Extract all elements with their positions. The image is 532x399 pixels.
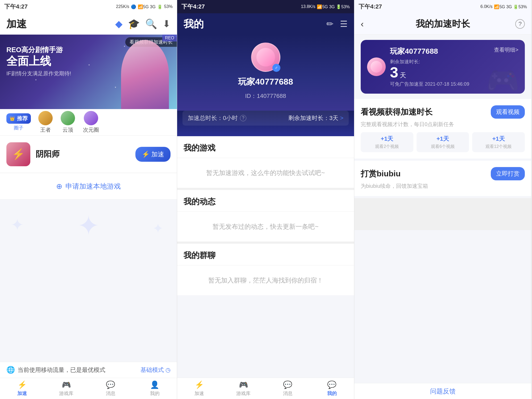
game-icon-onmyoji: ⚡ xyxy=(6,142,30,166)
plus-circle-icon: ⊕ xyxy=(56,182,62,191)
biubiu-section: 打赏biubiu 立即打赏 为biubiu续命，回馈加速宝箱 xyxy=(354,161,531,196)
data-mode-bar: 🌐 当前使用移动流量，已是最优模式 基础模式 ◷ xyxy=(0,362,177,378)
cat-circle-label: 圈子 xyxy=(14,125,23,131)
nav-message-2[interactable]: 💬 消息 xyxy=(266,380,310,397)
feedback-bar[interactable]: 问题反馈 xyxy=(354,383,531,399)
biubiu-button[interactable]: 立即打赏 xyxy=(491,167,525,180)
biubiu-title: 打赏biubiu xyxy=(361,168,401,179)
accel-detail-link[interactable]: 查看明细> xyxy=(494,46,518,53)
data-mode-text: 当前使用移动流量，已是最优模式 xyxy=(18,366,105,374)
network-speed-1: 225K/s xyxy=(116,4,129,9)
my-games-empty: 暂无加速游戏，这么牛的功能快去试试吧~ xyxy=(177,158,354,190)
accel-remain-label: 剩余加速时长: xyxy=(390,59,518,65)
biubiu-subtitle: 为biubiu续命，回馈加速宝箱 xyxy=(361,182,525,190)
cat-item-yunding[interactable]: 云顶 xyxy=(58,111,78,134)
search-icon-1[interactable]: 🔍 xyxy=(145,18,157,30)
cat-label-ciyuan: 次元圈 xyxy=(83,126,99,134)
nav-jiasu-1[interactable]: ⚡ 加速 xyxy=(0,380,44,397)
reward-plus-1: +1天 xyxy=(363,135,411,143)
edit-icon[interactable]: ✏ xyxy=(326,19,334,29)
nav-jiasu-2[interactable]: ⚡ 加速 xyxy=(177,380,221,397)
banner-text: REO高分剧情手游 全面上线 IF剧情分支满足原作党期待! xyxy=(6,45,71,77)
hat-icon[interactable]: 🎓 xyxy=(128,18,140,30)
nav-mine-1[interactable]: 👤 我的 xyxy=(133,380,177,397)
my-groups-title: 我的群聊 xyxy=(184,251,215,260)
apply-local-game-bar[interactable]: ⊕ 申请加速本地游戏 xyxy=(0,173,177,200)
bottom-nav-1: ⚡ 加速 🎮 游戏库 💬 消息 👤 我的 xyxy=(0,378,177,399)
profile-username: 玩家40777688 xyxy=(238,76,293,88)
decorative-area: ✦ ✦ ✦ xyxy=(0,200,177,359)
download-icon[interactable]: ⬇ xyxy=(163,18,171,30)
banner-sub-title: IF剧情分支满足原作党期待! xyxy=(6,70,71,77)
status-bar-1: 下午4:27 225K/s 🔵 📶5G 3G 🔋 53% xyxy=(0,0,177,13)
apply-local-label: 申请加速本地游戏 xyxy=(65,182,121,191)
nav-icon-gameshop-1: 🎮 xyxy=(62,380,71,389)
reward-desc-1: 观看2个视频 xyxy=(363,144,411,149)
watch-video-section: 看视频获得加速时长 观看视频 完整观看视频才计数，每日0点刷新任务 +1天 观看… xyxy=(354,99,531,159)
panel-jiasu: 下午4:27 225K/s 🔵 📶5G 3G 🔋 53% 加速 ◆ 🎓 🔍 ⬇ xyxy=(0,0,177,399)
reward-plus-3: +1天 xyxy=(474,135,523,143)
panel1-scroll: 看视频获得加速时长 REO REO高分剧情手游 全面上线 IF剧情分支满足原作党… xyxy=(0,35,177,399)
speed-arrow[interactable]: > xyxy=(340,115,343,122)
app-header-1: 加速 ◆ 🎓 🔍 ⬇ xyxy=(0,13,177,35)
globe-icon: 🌐 xyxy=(6,366,15,374)
cat-item-wangzhe[interactable]: 王者 xyxy=(36,111,55,134)
signal-icons-3: 📶5G 3G 🔋53% xyxy=(494,4,527,9)
category-bar: 👑 推荐 圈子 王者 云顶 次元圈 xyxy=(0,109,177,136)
speed-time-bar[interactable]: 加速总时长：0小时 ? 剩余加速时长：3天 > xyxy=(182,111,349,126)
back-button[interactable]: ‹ xyxy=(361,19,364,29)
speed-button-onmyoji[interactable]: ⚡ 加速 xyxy=(135,147,171,162)
lightning-icon: ⚡ xyxy=(142,151,150,158)
panel2-title: 我的 xyxy=(184,17,204,31)
panel-mine: 下午4:27 13.8K/s 📶5G 3G 🔋53% 我的 ✏ ☰ ♂ 玩家40… xyxy=(177,0,354,399)
reward-desc-2: 观看6个视频 xyxy=(419,144,467,149)
battery-icon: 🔋 xyxy=(157,4,163,9)
accel-unit: 天 xyxy=(400,71,406,80)
speed-total-wrap: 加速总时长：0小时 ? xyxy=(188,114,246,122)
nav-mine-2[interactable]: 💬 我的 xyxy=(310,380,354,397)
game-info-onmyoji: 阴阳师 xyxy=(36,149,135,160)
help-button[interactable]: ? xyxy=(515,19,525,29)
anime-figure xyxy=(121,40,169,109)
cat-item-recommend[interactable]: 👑 推荐 圈子 xyxy=(4,113,33,131)
status-bar-2: 下午4:27 13.8K/s 📶5G 3G 🔋53% xyxy=(177,0,354,13)
status-bar-3: 下午4:27 6.0K/s 📶5G 3G 🔋53% xyxy=(354,0,531,13)
watch-video-header: 看视频获得加速时长 观看视频 xyxy=(361,105,525,119)
watch-video-title: 看视频获得加速时长 xyxy=(361,107,433,118)
nav-icon-jiasu-2: ⚡ xyxy=(195,380,204,389)
my-games-title-bar: 我的游戏 xyxy=(177,136,354,158)
nav-message-1[interactable]: 💬 消息 xyxy=(89,380,133,397)
status-icons-1: 225K/s 🔵 📶5G 3G 🔋 53% xyxy=(116,4,173,9)
accel-card-avatar xyxy=(367,57,386,76)
panel2-app-header: 我的 ✏ ☰ xyxy=(177,13,354,35)
panel3-page-title: 我的加速时长 xyxy=(416,18,470,30)
battery-pct-1: 53% xyxy=(164,4,173,9)
reward-step-3: +1天 观看12个视频 xyxy=(472,132,525,152)
nav-gameshop-1[interactable]: 🎮 游戏库 xyxy=(44,380,88,397)
reward-steps-row: +1天 观看2个视频 +1天 观看6个视频 +1天 观看12个视频 xyxy=(361,132,525,152)
nav-label-mine-2: 我的 xyxy=(327,390,337,397)
diamond-icon[interactable]: ◆ xyxy=(115,18,123,30)
banner-main-title: 全面上线 xyxy=(6,55,71,68)
speed-remain-label: 剩余加速时长：3天 xyxy=(288,114,338,122)
data-mode-info: 🌐 当前使用移动流量，已是最优模式 xyxy=(6,366,105,374)
gray-placeholder xyxy=(354,198,531,230)
data-mode-link[interactable]: 基础模式 ◷ xyxy=(140,366,171,374)
nav-label-message-1: 消息 xyxy=(106,390,115,397)
speed-tooltip-icon[interactable]: ? xyxy=(240,115,246,121)
menu-icon[interactable]: ☰ xyxy=(340,19,348,29)
my-games-title: 我的游戏 xyxy=(184,143,215,152)
main-banner[interactable]: 看视频获得加速时长 REO REO高分剧情手游 全面上线 IF剧情分支满足原作党… xyxy=(0,35,177,109)
status-time-2: 下午4:27 xyxy=(181,3,205,11)
nav-label-jiasu-2: 加速 xyxy=(194,390,204,397)
crown-icon: 👑 xyxy=(10,116,15,121)
watch-video-subtitle: 完整观看视频才计数，每日0点刷新任务 xyxy=(361,121,525,128)
reward-plus-2: +1天 xyxy=(419,135,467,143)
cat-avatar-wangzhe xyxy=(38,111,53,125)
nav-gameshop-2[interactable]: 🎮 游戏库 xyxy=(221,380,265,397)
watch-video-button[interactable]: 观看视频 xyxy=(491,105,525,119)
network-speed-2: 13.8K/s xyxy=(301,4,315,9)
nav-icon-mine-2: 💬 xyxy=(327,380,336,389)
avatar-wrapper: ♂ xyxy=(251,43,280,72)
cat-item-ciyuan[interactable]: 次元圈 xyxy=(80,111,102,134)
